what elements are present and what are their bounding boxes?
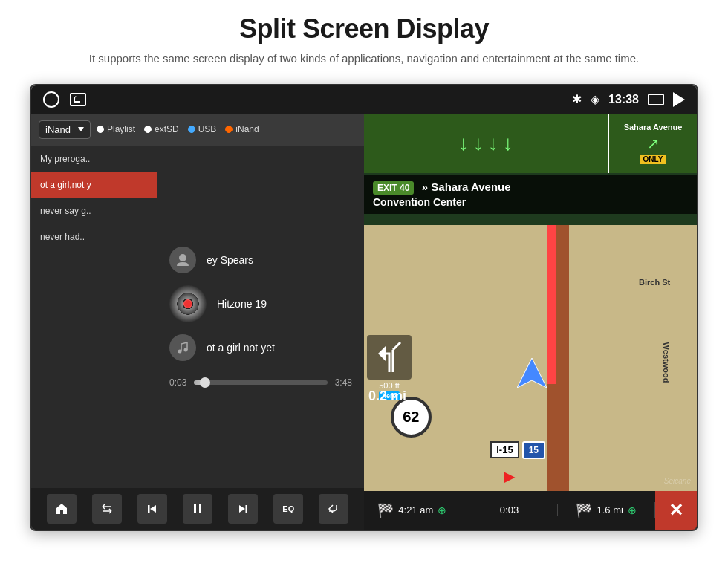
gallery-icon <box>70 93 86 106</box>
eta-time: 4:21 am <box>398 504 433 516</box>
home-button[interactable] <box>47 494 77 524</box>
location-icon: ◈ <box>591 92 599 106</box>
highway-badge: I-15 15 <box>490 441 545 459</box>
sign-right: Sahara Avenue ↗ ONLY <box>608 114 697 173</box>
nav-arrow <box>517 358 547 406</box>
source-extsd-label: extSD <box>155 124 179 134</box>
playlist-item-active[interactable]: ot a girl,not y <box>31 172 157 198</box>
source-extsd[interactable]: extSD <box>144 124 179 134</box>
trip-time: 0:03 <box>500 504 519 516</box>
location-pin-icon: ⊕ <box>628 504 637 516</box>
music-panel: iNand Playlist extSD USB <box>31 114 364 530</box>
time-total: 3:48 <box>335 377 352 388</box>
source-inand[interactable]: iNand <box>225 124 259 134</box>
sign-street-name: Sahara Avenue <box>624 123 683 131</box>
back-button[interactable] <box>319 494 348 524</box>
next-button[interactable] <box>228 494 258 524</box>
only-badge: ONLY <box>640 155 667 164</box>
nav-close-button[interactable]: ✕ <box>655 491 697 530</box>
highway-shield: 15 <box>522 441 545 459</box>
radio-dot-extsd <box>144 126 152 133</box>
album-row: Hitzone 19 <box>169 285 352 322</box>
album-name: Hitzone 19 <box>217 298 267 310</box>
road-sign-top: ↓ ↓ ↓ ↓ Sahara Avenue ↗ ONLY <box>364 114 697 173</box>
close-icon: ✕ <box>669 500 683 521</box>
page-subtitle: It supports the same screen display of t… <box>0 51 728 68</box>
road-highlight <box>547 225 556 385</box>
source-bar: iNand Playlist extSD USB <box>31 114 364 146</box>
artist-name: ey Spears <box>207 254 253 266</box>
artist-row: ey Spears <box>169 247 352 273</box>
vinyl-disc-icon <box>169 285 207 322</box>
player-area: ey Spears Hitzone 19 <box>157 146 364 488</box>
svg-marker-9 <box>517 358 547 388</box>
artist-icon <box>169 247 196 273</box>
nav-eta-block: 🏁 4:21 am ⊕ <box>364 502 461 518</box>
clock-icon: ⊕ <box>438 504 446 516</box>
prev-button[interactable] <box>137 494 167 524</box>
arrow-down-icon: ↓ <box>473 131 484 155</box>
exit-label: EXIT 40 <box>373 181 414 195</box>
svg-rect-8 <box>246 505 248 513</box>
split-content: iNand Playlist extSD USB <box>31 114 697 530</box>
playlist-item[interactable]: never had.. <box>31 224 157 250</box>
controls-bar: EQ <box>31 488 364 530</box>
radio-dot-playlist <box>97 126 104 133</box>
source-inand-label: iNand <box>235 124 259 134</box>
gps-cursor: ▶ <box>504 467 515 485</box>
status-left <box>43 91 86 108</box>
playlist-item[interactable]: My preroga.. <box>31 146 157 172</box>
repeat-button[interactable] <box>92 494 122 524</box>
pause-button[interactable] <box>183 494 212 524</box>
source-options: Playlist extSD USB iNand <box>97 124 259 134</box>
speed-limit-value: 62 <box>403 409 419 426</box>
song-name: ot a girl not yet <box>207 342 275 354</box>
song-row: ot a girl not yet <box>169 334 352 361</box>
svg-rect-6 <box>199 504 201 513</box>
nav-distance-block: 🏁 1.6 mi ⊕ <box>558 502 655 518</box>
track-info: ey Spears Hitzone 19 <box>169 247 352 361</box>
street-info-line2: Convention Center <box>373 196 688 208</box>
nav-info-banner: EXIT 40 » Sahara Avenue Convention Cente… <box>364 175 697 214</box>
sign-arrows: ↓ ↓ ↓ ↓ <box>364 114 608 173</box>
status-right: ✱ ◈ 13:38 <box>572 92 685 107</box>
progress-thumb <box>200 377 210 388</box>
svg-marker-3 <box>150 505 156 513</box>
radio-dot-usb <box>188 126 195 133</box>
eq-button[interactable]: EQ <box>273 494 303 524</box>
eq-label: EQ <box>282 504 294 513</box>
nav-trip-time-block: 0:03 <box>461 504 559 516</box>
split-left-inner: My preroga.. ot a girl,not y never say g… <box>31 146 364 488</box>
status-time: 13:38 <box>608 93 639 106</box>
music-note-icon <box>169 334 196 361</box>
arrow-down-icon: ↓ <box>488 131 498 155</box>
bluetooth-icon: ✱ <box>572 92 582 106</box>
progress-bar[interactable] <box>194 380 327 385</box>
svg-point-1 <box>178 349 182 353</box>
nav-bottom-bar: 🏁 4:21 am ⊕ 0:03 🏁 1.6 mi ⊕ ✕ <box>364 491 697 530</box>
progress-container: 0:03 3:48 <box>169 377 352 388</box>
source-usb[interactable]: USB <box>188 124 217 134</box>
watermark: Seicane <box>664 477 691 485</box>
source-usb-label: USB <box>198 124 217 134</box>
source-dropdown[interactable]: iNand <box>39 120 91 139</box>
home-icon <box>43 91 59 108</box>
map-area: Birch St Westwood 62 <box>364 225 697 491</box>
page-header: Split Screen Display It supports the sam… <box>0 0 728 75</box>
playlist: My preroga.. ot a girl,not y never say g… <box>31 146 157 488</box>
flag-start-icon: 🏁 <box>377 502 394 518</box>
flag-end-icon: 🏁 <box>576 502 592 518</box>
radio-dot-inand <box>225 126 233 133</box>
status-bar: ✱ ◈ 13:38 <box>31 85 697 114</box>
map-label-birch: Birch St <box>639 278 670 287</box>
vinyl-center <box>183 299 192 308</box>
source-label: iNand <box>45 124 71 135</box>
arrow-down-icon: ↓ <box>503 131 513 155</box>
street-info-line1: » Sahara Avenue <box>422 181 511 193</box>
playlist-item[interactable]: never say g.. <box>31 198 157 224</box>
arrow-down-icon: ↓ <box>458 131 469 155</box>
source-playlist-label: Playlist <box>107 124 135 134</box>
highway-text: I-15 <box>490 441 519 458</box>
arrow-right-icon: ↗ <box>647 134 660 152</box>
source-playlist[interactable]: Playlist <box>97 124 135 134</box>
